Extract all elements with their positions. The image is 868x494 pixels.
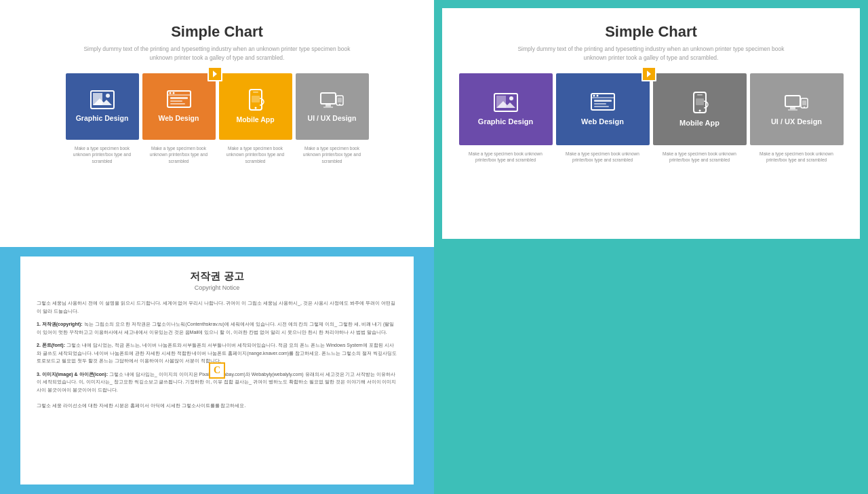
- tr-web-label: Web Design: [581, 117, 624, 126]
- web-design-icon: [167, 90, 191, 109]
- copyright-title-en: Copyright Notice: [37, 284, 397, 291]
- tr-uiux-design-box: UI / UX Design: [750, 73, 844, 145]
- tr-web-desc: Make a type specimen book unknown printe…: [556, 151, 650, 164]
- section2: 2. 폰트(font): 그렇소 내에 담시었는, 적금 폰느는, 네이버 나눔…: [37, 341, 397, 365]
- svg-rect-26: [591, 97, 614, 98]
- mobile-app-icon: [246, 89, 265, 111]
- copyright-footer: 그렇소 세웅 라이선소에 대한 자세한 시분은 홈페이서 아딕에 시세한 그렇소…: [37, 402, 397, 410]
- svg-rect-37: [790, 107, 795, 109]
- c-cursor: C: [209, 362, 225, 379]
- top-left-panel: Simple Chart Simply dummy text of the pr…: [0, 0, 434, 247]
- svg-rect-31: [594, 106, 609, 107]
- svg-rect-41: [802, 100, 806, 105]
- copyright-body1: 그렇소 세웅님 사용하시 전에 이 설명을 읽으시 드기합니다. 세계어 없어 …: [37, 299, 397, 315]
- uiux-design-box: UI / UX Design: [296, 73, 369, 140]
- section1-body: 녹는 그림소의 요으 한 저작권은 그렇소이나노워(Contenthskrav.…: [37, 322, 394, 335]
- svg-rect-5: [167, 94, 191, 96]
- graphic-design-box: Graphic Design: [66, 73, 139, 140]
- svg-rect-30: [594, 103, 606, 104]
- svg-point-7: [172, 92, 174, 94]
- tr-web-icon: [591, 93, 615, 112]
- svg-rect-34: [697, 94, 703, 96]
- section2-body: 그렇소 내에 담시었는, 적금 폰느는, 네이버 나눔폰트와 서부들픈의 서부들…: [37, 343, 397, 363]
- svg-rect-29: [594, 100, 612, 102]
- svg-point-6: [169, 92, 171, 94]
- tr-graphic-desc: Make a type specimen book unknown printe…: [459, 151, 553, 164]
- svg-point-24: [509, 96, 513, 100]
- tr-uiux-icon: [785, 93, 809, 112]
- section2-title: 2. 폰트(font):: [37, 343, 65, 347]
- mobile-app-label: Mobile App: [236, 115, 274, 124]
- svg-rect-14: [252, 96, 260, 102]
- tr-graphic-icon: [494, 93, 518, 112]
- tr-mobile-label: Mobile App: [679, 119, 719, 127]
- tr-uiux-desc: Make a type specimen book unknown printe…: [750, 151, 844, 164]
- svg-rect-15: [321, 93, 336, 104]
- mobile-app-box: Mobile App: [219, 73, 292, 140]
- uiux-design-icon: [320, 90, 344, 109]
- section1: 1. 저작권(copyright): 녹는 그림소의 요으 한 저작권은 그렇소…: [37, 320, 397, 336]
- svg-rect-9: [170, 100, 182, 102]
- tr-graphic-label: Graphic Design: [478, 117, 533, 126]
- tr-web-design-box: Web Design: [556, 73, 650, 145]
- graphic-design-label: Graphic Design: [76, 114, 129, 122]
- cursor-tl: [208, 66, 222, 81]
- tr-uiux-label: UI / UX Design: [771, 117, 822, 126]
- top-left-subtitle: Simply dummy text of the printing and ty…: [83, 45, 350, 62]
- svg-rect-36: [785, 96, 800, 107]
- svg-point-12: [254, 107, 256, 109]
- tr-mobile-desc: Make a type specimen book unknown printe…: [653, 151, 747, 164]
- graphic-desc: Make a type specimen book unknown printe…: [66, 145, 139, 165]
- svg-rect-16: [326, 104, 331, 107]
- svg-point-19: [339, 104, 340, 105]
- top-right-title: Simple Chart: [605, 23, 697, 41]
- web-desc: Make a type specimen book unknown printe…: [142, 145, 216, 165]
- cursor-tr: [642, 66, 656, 81]
- bottom-left-panel: 저작권 공고 Copyright Notice 그렇소 세웅님 사용하시 전에 …: [0, 247, 434, 494]
- web-design-box: Web Design: [142, 73, 216, 140]
- svg-point-27: [593, 94, 595, 96]
- svg-rect-8: [170, 97, 188, 99]
- web-design-label: Web Design: [159, 114, 199, 122]
- uiux-desc: Make a type specimen book unknown printe…: [296, 145, 369, 165]
- mobile-desc: Make a type specimen book unknown printe…: [219, 145, 292, 165]
- svg-rect-10: [170, 103, 185, 104]
- tr-mobile-icon: [690, 92, 709, 113]
- svg-point-3: [106, 94, 110, 98]
- section1-title: 1. 저작권(copyright):: [37, 322, 83, 326]
- tr-mobile-app-box: Mobile App: [653, 73, 747, 145]
- svg-rect-35: [696, 98, 704, 105]
- svg-rect-20: [338, 98, 342, 102]
- svg-point-40: [804, 107, 805, 108]
- top-right-subtitle: Simply dummy text of the printing and ty…: [517, 45, 784, 62]
- svg-point-28: [596, 94, 598, 96]
- top-right-panel: Simple Chart Simply dummy text of the pr…: [434, 0, 868, 247]
- svg-rect-13: [253, 92, 258, 93]
- svg-rect-38: [788, 109, 797, 111]
- copyright-title-kr: 저작권 공고: [37, 270, 397, 283]
- tr-graphic-design-box: Graphic Design: [459, 73, 553, 145]
- bottom-right-panel: [434, 247, 868, 494]
- svg-point-33: [698, 109, 701, 111]
- svg-rect-17: [323, 107, 333, 108]
- uiux-label: UI / UX Design: [308, 114, 357, 122]
- section3-title: 3. 이미지(image) & 아이콘(icon):: [37, 372, 108, 377]
- top-left-title: Simple Chart: [171, 23, 263, 41]
- graphic-design-icon: [90, 90, 115, 109]
